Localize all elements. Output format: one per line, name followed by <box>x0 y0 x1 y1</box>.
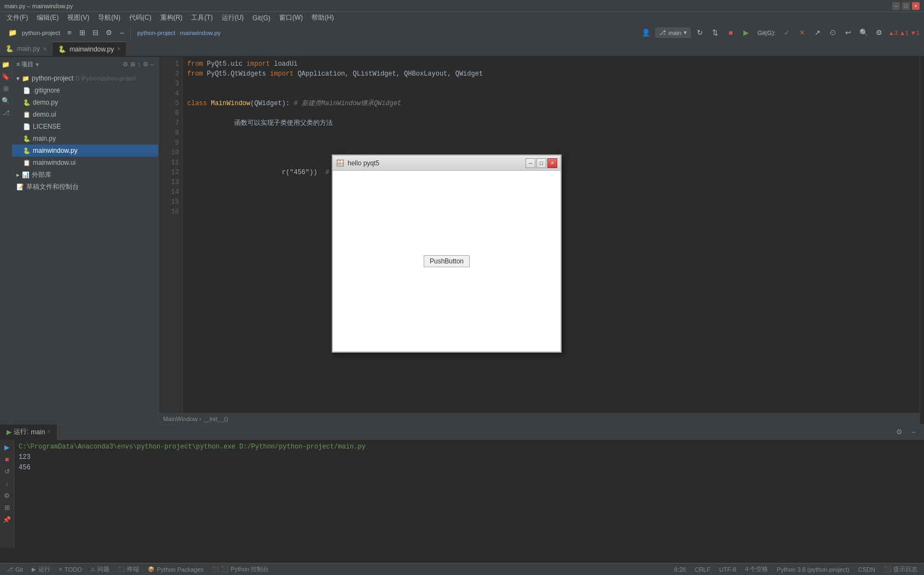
menu-refactor[interactable]: 重构(R) <box>156 12 187 24</box>
run-btn-stop[interactable]: ■ <box>2 454 13 465</box>
sidebar-search-icon[interactable]: 🔍 <box>1 95 11 106</box>
sidebar-git-icon[interactable]: ⎇ <box>1 107 11 118</box>
git-x[interactable]: ✕ <box>796 27 809 39</box>
toolbar-settings[interactable]: ⚙ <box>103 27 115 39</box>
pyqt-title-text: hello pyqt5 <box>348 159 379 167</box>
tree-item-demo-py[interactable]: 🐍 demo.py <box>12 96 158 108</box>
menu-git[interactable]: Git(G) <box>248 13 275 23</box>
tree-sort-icon[interactable]: ↕ <box>137 61 141 68</box>
toolbar-btn-2[interactable]: ⊞ <box>77 27 89 39</box>
update-button[interactable]: ↻ <box>694 27 706 39</box>
line-sep-text: CRLF <box>695 566 711 573</box>
pyqt-maximize-button[interactable]: □ <box>536 158 546 168</box>
run-btn-layout[interactable]: ⊞ <box>2 502 13 513</box>
pyqt-pushbutton[interactable]: PushButton <box>424 255 470 267</box>
git-checkmark[interactable]: ✓ <box>781 27 793 39</box>
project-button[interactable]: 📁 <box>7 27 19 39</box>
search-button[interactable]: 🔍 <box>858 27 870 39</box>
user-icon-button[interactable]: 👤 <box>640 27 652 39</box>
tree-layout-icon[interactable]: ⊞ <box>130 61 135 68</box>
status-encoding[interactable]: UTF-8 <box>717 566 738 573</box>
toolbar-btn-3[interactable]: ⊟ <box>90 27 102 39</box>
sidebar-structure-icon[interactable]: ⊞ <box>1 83 11 94</box>
maximize-button[interactable]: □ <box>902 2 910 10</box>
menu-file[interactable]: 文件(F) <box>2 12 32 24</box>
status-python-console[interactable]: ⬛ ⬛ Python 控制台 <box>210 565 271 573</box>
toolbar-close[interactable]: – <box>116 27 128 39</box>
pyqt-minimize-button[interactable]: – <box>525 158 535 168</box>
run-panel-close[interactable]: – <box>908 426 920 438</box>
status-python-packages[interactable]: 📦 Python Packages <box>146 566 206 573</box>
status-indent[interactable]: 4 个空格 <box>743 565 770 573</box>
tree-gear-icon[interactable]: ⚙ <box>143 61 148 68</box>
tree-item-gitignore[interactable]: 📄 .gitignore <box>12 84 158 96</box>
terminal-command: C:\ProgramData\Anaconda3\envs\python-pro… <box>19 442 920 452</box>
pyqt-close-button[interactable]: × <box>547 158 557 168</box>
status-python-version[interactable]: Python 3.8 (python-project) <box>775 566 852 573</box>
ui-file-icon: 📋 <box>23 111 31 118</box>
run-btn-scroll-end[interactable]: ↓ <box>2 478 13 489</box>
tab-main-py[interactable]: 🐍 main.py × <box>0 42 53 56</box>
run-btn-play[interactable]: ▶ <box>2 442 13 453</box>
close-button[interactable]: × <box>912 2 920 10</box>
run-tab-close[interactable]: × <box>47 429 50 435</box>
status-problems[interactable]: ⚠ 问题 <box>88 565 112 573</box>
run-btn-pin[interactable]: 📌 <box>2 514 13 525</box>
minimize-button[interactable]: – <box>892 2 900 10</box>
tab-close-main[interactable]: × <box>43 46 47 52</box>
menu-navigate[interactable]: 导航(N) <box>94 12 125 24</box>
tab-mainwindow-py[interactable]: 🐍 mainwindow.py × <box>53 42 126 56</box>
run-tab-main[interactable]: ▶ 运行: main × <box>0 424 57 440</box>
settings-button[interactable]: ⚙ <box>873 27 885 39</box>
toolbar-btn-1[interactable]: ≡ <box>63 27 76 39</box>
window-controls: – □ × <box>892 2 920 10</box>
status-line-sep[interactable]: CRLF <box>692 566 713 573</box>
status-run[interactable]: ▶ 运行 <box>30 565 53 573</box>
menu-window[interactable]: 窗口(W) <box>275 12 307 24</box>
tree-root[interactable]: ▾ 📁 python-project D:\Python\python-proj… <box>12 72 158 84</box>
menu-view[interactable]: 视图(V) <box>63 12 94 24</box>
scratches-icon: 📝 <box>16 183 24 191</box>
tree-item-license[interactable]: 📄 LICENSE <box>12 120 158 133</box>
menu-tools[interactable]: 工具(T) <box>187 12 217 24</box>
tab-close-mainwindow[interactable]: × <box>117 46 120 52</box>
git-undo[interactable]: ↩ <box>842 27 854 39</box>
status-todo-label: TODO <box>65 566 82 573</box>
status-terminal[interactable]: ⬛ 终端 <box>116 565 141 573</box>
git-history[interactable]: ⏲ <box>827 27 839 39</box>
git-arrow-up[interactable]: ↗ <box>812 27 824 39</box>
tree-item-scratches[interactable]: 📝 草稿文件和控制台 <box>12 181 158 193</box>
menu-run[interactable]: 运行(U) <box>217 12 249 24</box>
tree-item-external-lib[interactable]: ▸ 📊 外部库 <box>12 169 158 181</box>
run-btn-rerun[interactable]: ↺ <box>2 466 13 477</box>
stop-button[interactable]: ■ <box>725 27 737 39</box>
tree-item-mainwindow-ui[interactable]: 📋 mainwindow.ui <box>12 157 158 169</box>
menu-help[interactable]: 帮助(H) <box>307 12 338 24</box>
tree-toolbar-right: ⚙ ⊞ ↕ ⚙ – <box>123 61 154 68</box>
tree-settings-icon[interactable]: ⚙ <box>123 61 128 68</box>
sync-button[interactable]: ⇅ <box>709 27 721 39</box>
tree-item-demo-ui[interactable]: 📋 demo.ui <box>12 108 158 120</box>
sidebar-bookmark-icon[interactable]: 🔖 <box>1 71 11 82</box>
status-csdn[interactable]: CSDN <box>856 566 877 573</box>
status-notification[interactable]: ⬛ 提示日志 <box>882 565 920 573</box>
status-position[interactable]: 8:28 <box>672 566 688 573</box>
status-bar: ⎇ Git ▶ 运行 ≡ TODO ⚠ 问题 ⬛ 终端 📦 Python Pac… <box>0 563 924 575</box>
status-todo[interactable]: ≡ TODO <box>57 566 84 573</box>
menu-code[interactable]: 代码(C) <box>125 12 156 24</box>
tree-close-icon[interactable]: – <box>151 61 154 68</box>
status-git[interactable]: ⎇ Git <box>4 566 25 573</box>
pyqt-window[interactable]: 🪟 hello pyqt5 – □ × PushButton <box>332 154 562 353</box>
title-bar: main.py – mainwindow.py – □ × <box>0 0 924 12</box>
tree-item-main-py[interactable]: 🐍 main.py <box>12 133 158 145</box>
run-btn-settings[interactable]: ⚙ <box>2 490 13 501</box>
sidebar-project-icon[interactable]: 📁 <box>1 59 11 70</box>
run-settings-icon[interactable]: ⚙ <box>893 426 905 438</box>
external-lib-label: 外部库 <box>32 170 51 180</box>
branch-selector[interactable]: ⎇ main ▾ <box>655 27 691 38</box>
menu-edit[interactable]: 编辑(E) <box>32 12 63 24</box>
mainwindow-ui-icon: 📋 <box>23 159 31 166</box>
tree-toolbar-left: ≡ 项目 ▾ <box>16 60 39 68</box>
tree-item-mainwindow-py[interactable]: 🐍 mainwindow.py <box>12 145 158 157</box>
run-button[interactable]: ▶ <box>740 27 752 39</box>
